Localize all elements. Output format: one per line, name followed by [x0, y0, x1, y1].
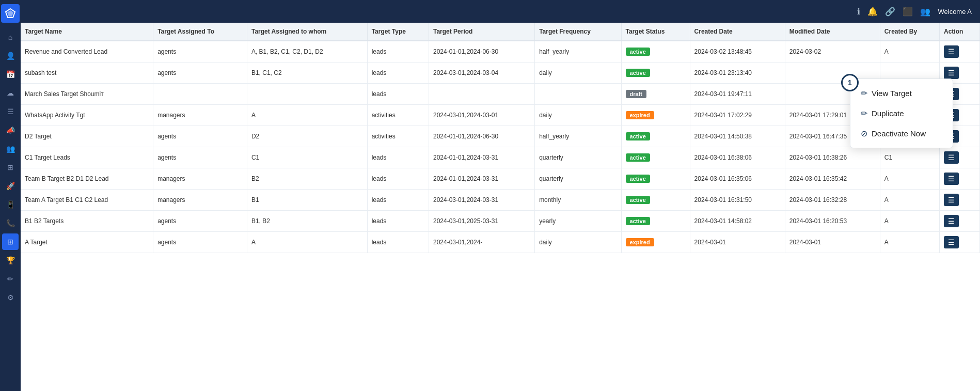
- cell-assigned-whom: B1, C1, C2: [247, 62, 367, 84]
- cell-type: leads: [367, 232, 429, 253]
- home-icon[interactable]: ⌂: [2, 29, 19, 45]
- cell-type: leads: [367, 190, 429, 211]
- cell-created-date: 2024-03-01 23:13:40: [690, 62, 785, 84]
- team-icon[interactable]: 👥: [2, 140, 19, 157]
- cell-created-date: 2024-03-01 16:38:06: [690, 147, 785, 168]
- info-icon[interactable]: ℹ: [857, 7, 860, 17]
- action-button[interactable]: ☰: [944, 45, 959, 58]
- cell-created-by: C1: [880, 147, 939, 168]
- cell-created-date: 2024-03-01 17:02:29: [690, 105, 785, 126]
- status-badge: active: [626, 217, 650, 225]
- settings-icon[interactable]: ⚙: [2, 289, 19, 306]
- cell-target-name: B1 B2 Targets: [21, 211, 153, 232]
- cell-assigned-to: managers: [153, 190, 247, 211]
- target-table: Target Name Target Assigned To Target As…: [21, 23, 980, 253]
- table-row: B1 B2 Targets agents B1, B2 leads 2024-0…: [21, 211, 980, 232]
- cell-action: ☰: [940, 232, 980, 253]
- col-modified-date: Modified Date: [785, 23, 880, 41]
- mobile-icon[interactable]: 📱: [2, 196, 19, 213]
- cell-assigned-to: agents: [153, 126, 247, 147]
- status-badge: active: [626, 132, 650, 140]
- cell-action: ☰: [940, 190, 980, 211]
- rocket-icon[interactable]: 🚀: [2, 178, 19, 194]
- duplicate-icon: ✏: [861, 108, 867, 118]
- cell-target-name: March Sales Target Shoumiт: [21, 84, 153, 105]
- phone-icon[interactable]: 📞: [2, 215, 19, 231]
- deactivate-item[interactable]: ⊘ Deactivate Now: [850, 123, 953, 144]
- grid-icon[interactable]: ⊞: [2, 233, 19, 250]
- col-created-date: Created Date: [690, 23, 785, 41]
- cell-action: ☰: [940, 211, 980, 232]
- cell-period: 2024-01-01,2024-03-31: [429, 168, 534, 190]
- main-content: ℹ 🔔 🔗 ⬛ 👥 Welcome A Target Name Target A…: [21, 0, 980, 391]
- table-row: D2 Target agents D2 activities 2024-01-0…: [21, 126, 980, 147]
- cell-type: leads: [367, 147, 429, 168]
- cell-period: 2024-01-01,2024-03-31: [429, 147, 534, 168]
- people-icon[interactable]: 👥: [920, 7, 930, 17]
- stack-icon[interactable]: ⬛: [903, 7, 913, 17]
- cell-created-date: 2024-03-01 14:50:38: [690, 126, 785, 147]
- table-row: A Target agents A leads 2024-03-01,2024-…: [21, 232, 980, 253]
- cell-assigned-whom: [247, 84, 367, 105]
- cell-target-name: subash test: [21, 62, 153, 84]
- user-icon[interactable]: 👤: [2, 48, 19, 64]
- cell-assigned-whom: B2: [247, 168, 367, 190]
- cell-status: active: [621, 211, 690, 232]
- trophy-icon[interactable]: 🏆: [2, 252, 19, 269]
- cell-assigned-to: managers: [153, 105, 247, 126]
- cell-status: active: [621, 147, 690, 168]
- action-button[interactable]: ☰: [944, 194, 959, 206]
- cell-frequency: [535, 84, 621, 105]
- cell-period: 2024-03-01,2024-03-04: [429, 62, 534, 84]
- table-data-icon[interactable]: ⊞: [2, 159, 19, 176]
- deactivate-icon: ⊘: [861, 129, 867, 138]
- action-button[interactable]: ☰: [944, 215, 959, 227]
- cell-period: 2024-01-01,2024-06-30: [429, 126, 534, 147]
- cell-created-date: 2024-03-02 13:48:45: [690, 41, 785, 62]
- megaphone-icon[interactable]: 📣: [2, 122, 19, 138]
- cell-status: active: [621, 190, 690, 211]
- col-frequency: Target Frequency: [535, 23, 621, 41]
- cell-status: expired: [621, 105, 690, 126]
- col-action: Action: [940, 23, 980, 41]
- cell-assigned-to: agents: [153, 211, 247, 232]
- welcome-text: Welcome A: [938, 8, 972, 15]
- cell-assigned-whom: C1: [247, 147, 367, 168]
- action-button[interactable]: ☰: [944, 151, 959, 164]
- action-button[interactable]: ☰: [944, 67, 959, 79]
- view-target-label: View Target: [872, 89, 912, 98]
- action-button[interactable]: ☰: [944, 173, 959, 185]
- cell-frequency: yearly: [535, 211, 621, 232]
- cell-period: 2024-03-01,2025-03-31: [429, 211, 534, 232]
- cell-created-by: A: [880, 190, 939, 211]
- cloud-icon[interactable]: ☁: [2, 85, 19, 101]
- cell-assigned-to: agents: [153, 62, 247, 84]
- table-row: WhatsApp Activity Tgt managers A activit…: [21, 105, 980, 126]
- list-icon[interactable]: ☰: [2, 103, 19, 120]
- view-target-item[interactable]: ✏ View Target: [850, 83, 953, 103]
- status-badge: expired: [626, 111, 654, 119]
- table-row: Team A Target B1 C1 C2 Lead managers B1 …: [21, 190, 980, 211]
- bell-icon[interactable]: 🔔: [867, 7, 878, 17]
- cell-created-by: A: [880, 211, 939, 232]
- cell-assigned-whom: B1, B2: [247, 211, 367, 232]
- duplicate-item[interactable]: ✏ Duplicate: [850, 103, 953, 123]
- cell-assigned-whom: A: [247, 232, 367, 253]
- col-status: Target Status: [621, 23, 690, 41]
- cell-created-date: 2024-03-01 19:47:11: [690, 84, 785, 105]
- action-button[interactable]: ☰: [944, 236, 959, 248]
- cell-target-name: A Target: [21, 232, 153, 253]
- col-created-by: Created By: [880, 23, 939, 41]
- table-header-row: Target Name Target Assigned To Target As…: [21, 23, 980, 41]
- pencil-edit-icon[interactable]: ✏: [2, 271, 19, 287]
- cell-frequency: daily: [535, 62, 621, 84]
- calendar-icon[interactable]: 📅: [2, 66, 19, 83]
- cell-type: leads: [367, 168, 429, 190]
- cell-period: 2024-01-01,2024-06-30: [429, 41, 534, 62]
- status-badge: active: [626, 196, 650, 204]
- link-icon[interactable]: 🔗: [885, 7, 895, 17]
- cell-assigned-to: agents: [153, 232, 247, 253]
- cell-target-name: WhatsApp Activity Tgt: [21, 105, 153, 126]
- cell-action: ☰: [940, 168, 980, 190]
- cell-type: activities: [367, 105, 429, 126]
